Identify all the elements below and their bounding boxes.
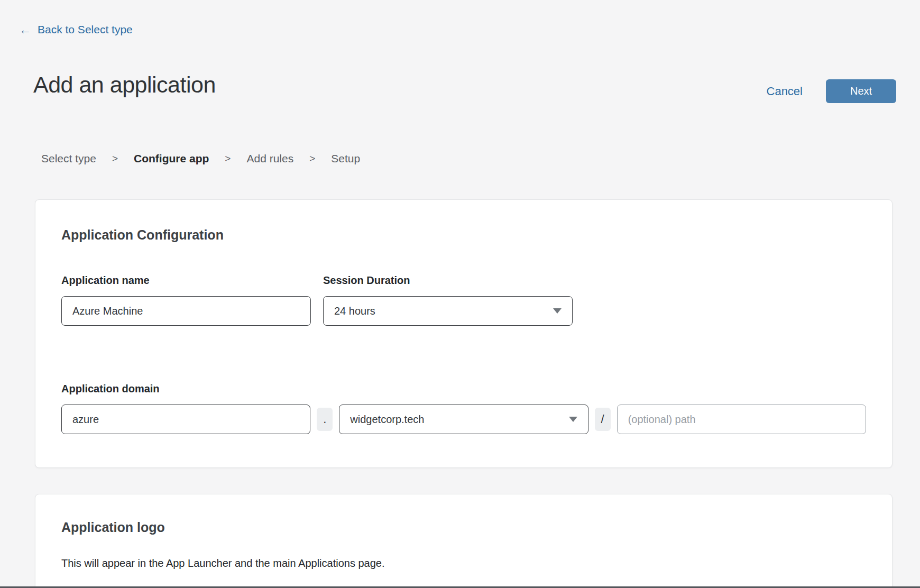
application-name-label: Application name [61, 274, 311, 287]
add-application-page: ← Back to Select type Add an application… [0, 0, 920, 588]
cancel-button[interactable]: Cancel [767, 85, 803, 98]
session-duration-field-group: Session Duration 24 hours [323, 274, 573, 326]
header-actions: Cancel Next [767, 79, 896, 103]
breadcrumb: Select type > Configure app > Add rules … [41, 152, 360, 165]
breadcrumb-step-select-type[interactable]: Select type [41, 152, 96, 165]
next-button[interactable]: Next [826, 79, 896, 103]
application-name-input[interactable] [61, 296, 311, 326]
dot-separator: . [317, 408, 333, 431]
back-link-label: Back to Select type [38, 23, 133, 36]
breadcrumb-step-add-rules[interactable]: Add rules [246, 152, 293, 165]
subdomain-input[interactable] [61, 405, 310, 434]
application-configuration-heading: Application Configuration [61, 227, 866, 243]
application-domain-row: . widgetcorp.tech / [61, 405, 866, 434]
session-duration-select[interactable]: 24 hours [323, 296, 573, 326]
breadcrumb-separator: > [309, 153, 315, 164]
application-logo-description: This will appear in the App Launcher and… [61, 557, 866, 569]
domain-select[interactable]: widgetcorp.tech [339, 405, 588, 434]
session-duration-label: Session Duration [323, 274, 573, 287]
breadcrumb-step-setup[interactable]: Setup [331, 152, 360, 165]
breadcrumb-step-configure-app[interactable]: Configure app [134, 152, 209, 165]
page-title: Add an application [33, 72, 216, 98]
chevron-down-icon [569, 417, 577, 422]
back-to-select-type-link[interactable]: ← Back to Select type [19, 23, 133, 36]
path-input[interactable] [617, 405, 866, 434]
domain-select-value: widgetcorp.tech [350, 414, 424, 426]
application-configuration-card: Application Configuration Application na… [35, 199, 893, 468]
arrow-left-icon: ← [19, 24, 31, 36]
slash-separator: / [595, 408, 611, 431]
chevron-down-icon [553, 308, 562, 314]
name-session-row: Application name Session Duration 24 hou… [61, 274, 866, 326]
application-logo-heading: Application logo [61, 520, 866, 535]
breadcrumb-separator: > [225, 153, 231, 164]
application-logo-card: Application logo This will appear in the… [35, 494, 893, 588]
application-name-field-group: Application name [61, 274, 311, 326]
application-domain-label: Application domain [61, 383, 866, 395]
breadcrumb-separator: > [112, 153, 118, 164]
session-duration-value: 24 hours [334, 305, 375, 317]
